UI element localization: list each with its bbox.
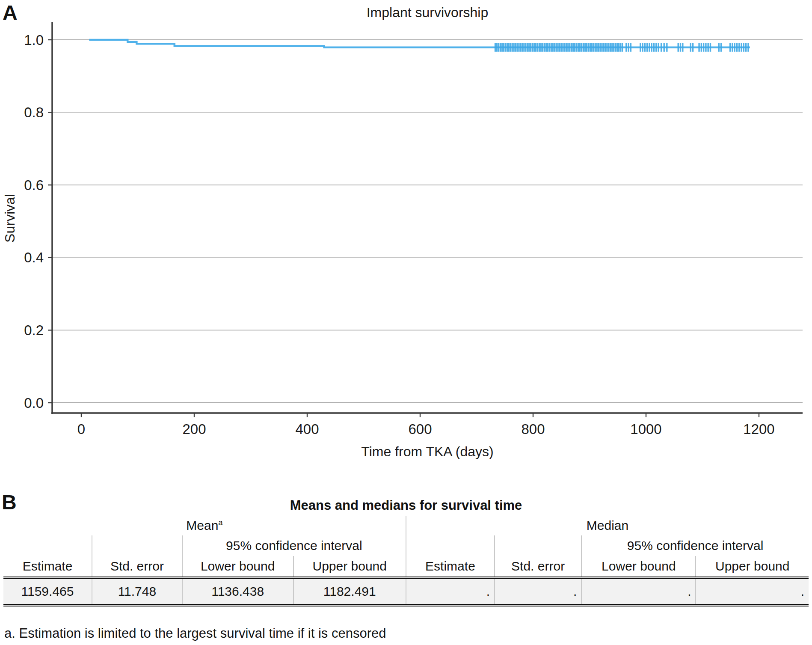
col-header-mean-std-error: Std. error — [92, 556, 182, 578]
x-tick-label: 400 — [295, 421, 319, 437]
col-header-mean-upper-bound: Upper bound — [293, 556, 406, 578]
mean-std-error-value: 11.748 — [92, 578, 182, 605]
mean-group-header: Meana — [3, 516, 406, 535]
mean-ci-header: 95% confidence interval — [182, 535, 406, 556]
y-tick-label: 0.8 — [24, 104, 44, 120]
y-tick-label: 0.2 — [24, 322, 44, 338]
col-header-median-lower-bound: Lower bound — [581, 556, 696, 578]
median-std-error-value: . — [495, 578, 581, 605]
table-title: Means and medians for survival time — [0, 498, 812, 513]
x-tick-label: 1000 — [630, 421, 661, 437]
x-tick-label: 0 — [77, 421, 85, 437]
means-medians-table: Meana Median 95% confidence interval 95%… — [3, 516, 809, 606]
mean-footnote-marker: a — [218, 518, 222, 527]
median-group-header: Median — [406, 516, 809, 535]
median-lower-bound-value: . — [581, 578, 696, 605]
km-survival-curve — [89, 40, 750, 48]
spacer-cell — [495, 535, 581, 556]
mean-header-text: Mean — [186, 518, 218, 532]
table-footnote: a. Estimation is limited to the largest … — [4, 626, 386, 641]
spacer-cell — [3, 535, 92, 556]
x-tick-label: 800 — [521, 421, 545, 437]
median-estimate-value: . — [406, 578, 495, 605]
survival-time-table: Meana Median 95% confidence interval 95%… — [3, 516, 809, 606]
mean-upper-bound-value: 1182.491 — [293, 578, 406, 605]
mean-lower-bound-value: 1136.438 — [182, 578, 293, 605]
km-survival-chart: 0.00.20.40.60.81.0020040060080010001200I… — [0, 0, 812, 477]
y-tick-label: 0.0 — [24, 395, 44, 411]
col-header-mean-estimate: Estimate — [3, 556, 92, 578]
y-tick-label: 0.4 — [24, 250, 44, 265]
x-tick-label: 200 — [182, 421, 206, 437]
x-tick-label: 1200 — [743, 421, 774, 437]
spacer-cell — [92, 535, 182, 556]
y-axis-title: Survival — [2, 194, 18, 243]
col-header-median-std-error: Std. error — [495, 556, 581, 578]
col-header-median-upper-bound: Upper bound — [696, 556, 809, 578]
chart-title: Implant survivorship — [367, 5, 489, 20]
col-header-median-estimate: Estimate — [406, 556, 495, 578]
y-tick-label: 1.0 — [24, 32, 44, 48]
median-ci-header: 95% confidence interval — [581, 535, 809, 556]
spacer-cell — [406, 535, 495, 556]
median-upper-bound-value: . — [696, 578, 809, 605]
col-header-mean-lower-bound: Lower bound — [182, 556, 293, 578]
table-row: 1159.465 11.748 1136.438 1182.491 . . . … — [3, 578, 809, 605]
x-axis-title: Time from TKA (days) — [361, 444, 493, 459]
x-tick-label: 600 — [408, 421, 432, 437]
mean-estimate-value: 1159.465 — [3, 578, 92, 605]
y-tick-label: 0.6 — [24, 177, 44, 193]
